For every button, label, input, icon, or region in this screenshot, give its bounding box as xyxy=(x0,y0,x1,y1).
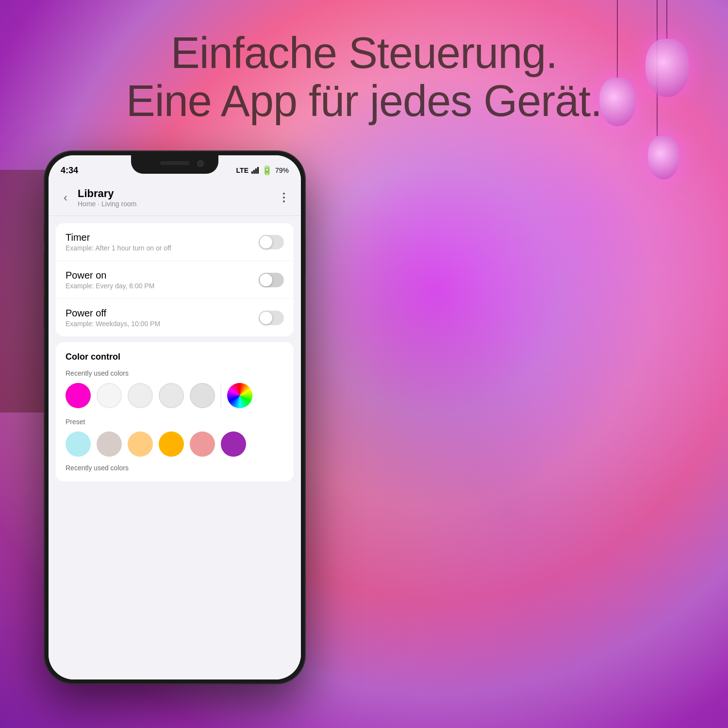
app-header: ‹ Library Home · Living room xyxy=(49,180,301,216)
more-options-button[interactable] xyxy=(277,190,291,205)
preset-circle-2[interactable] xyxy=(128,431,153,457)
phone-screen-area: 4:34 LTE 🔋 79% ‹ xyxy=(49,155,301,679)
battery-icon: 🔋 xyxy=(262,165,272,176)
preset-circle-4[interactable] xyxy=(190,431,215,457)
mute-button xyxy=(44,223,45,243)
preset-circle-5[interactable] xyxy=(221,431,246,457)
power-button xyxy=(305,238,306,277)
power-off-desc: Example: Weekdays, 10:00 PM xyxy=(66,320,259,328)
power-off-label: Power off xyxy=(66,308,259,319)
timer-text: Timer Example: After 1 hour turn on or o… xyxy=(66,232,259,252)
battery-percent: 79% xyxy=(275,166,289,174)
menu-dot-3 xyxy=(283,200,285,202)
power-on-row: Power on Example: Every day, 6:00 PM xyxy=(56,261,294,299)
header-title: Library xyxy=(78,187,272,200)
preset-colors-row xyxy=(66,431,284,457)
back-button[interactable]: ‹ xyxy=(58,190,73,205)
color-circle-1[interactable] xyxy=(97,383,122,408)
headline: Einfache Steuerung. Eine App für jedes G… xyxy=(0,29,728,125)
timer-label: Timer xyxy=(66,232,259,243)
menu-dot-1 xyxy=(283,193,285,195)
preset-label: Preset xyxy=(66,418,284,426)
color-circle-2[interactable] xyxy=(128,383,153,408)
power-off-text: Power off Example: Weekdays, 10:00 PM xyxy=(66,308,259,328)
phone-outer: 4:34 LTE 🔋 79% ‹ xyxy=(44,150,306,684)
status-icons: LTE 🔋 79% xyxy=(236,165,289,176)
volume-down-button xyxy=(44,294,45,328)
preset-circle-1[interactable] xyxy=(97,431,122,457)
speaker-icon xyxy=(160,161,189,165)
phone-notch xyxy=(131,155,218,174)
power-off-toggle-thumb xyxy=(260,312,272,324)
headline-line2: Eine App für jedes Gerät. xyxy=(0,77,728,125)
preset-circle-3[interactable] xyxy=(159,431,184,457)
color-circle-0[interactable] xyxy=(66,383,91,408)
color-circle-3[interactable] xyxy=(159,383,184,408)
timer-toggle-thumb xyxy=(260,236,272,248)
signal-icon xyxy=(251,167,259,174)
timer-toggle[interactable] xyxy=(259,235,284,249)
power-on-label: Power on xyxy=(66,270,259,281)
phone-mockup: 4:34 LTE 🔋 79% ‹ xyxy=(44,150,306,684)
timer-row: Timer Example: After 1 hour turn on or o… xyxy=(56,223,294,261)
phone-screen: 4:34 LTE 🔋 79% ‹ xyxy=(49,155,301,679)
power-on-toggle-thumb xyxy=(260,274,272,286)
recently-used-label-2: Recently used colors xyxy=(66,464,284,472)
recent-colors-row xyxy=(66,383,284,408)
status-time: 4:34 xyxy=(61,165,78,176)
lte-indicator: LTE xyxy=(236,166,248,174)
header-subtitle: Home · Living room xyxy=(78,200,272,208)
power-on-desc: Example: Every day, 6:00 PM xyxy=(66,282,259,290)
color-section-title: Color control xyxy=(66,352,284,362)
color-wheel-button[interactable] xyxy=(227,383,252,408)
timers-card: Timer Example: After 1 hour turn on or o… xyxy=(56,223,294,336)
power-on-text: Power on Example: Every day, 6:00 PM xyxy=(66,270,259,290)
power-off-toggle[interactable] xyxy=(259,311,284,325)
power-on-toggle[interactable] xyxy=(259,273,284,287)
camera-icon xyxy=(197,160,204,167)
preset-circle-0[interactable] xyxy=(66,431,91,457)
recently-used-label: Recently used colors xyxy=(66,369,284,377)
timer-desc: Example: After 1 hour turn on or off xyxy=(66,244,259,252)
content-area: Timer Example: After 1 hour turn on or o… xyxy=(49,216,301,679)
power-off-row: Power off Example: Weekdays, 10:00 PM xyxy=(56,299,294,336)
header-title-block: Library Home · Living room xyxy=(78,187,272,208)
headline-line1: Einfache Steuerung. xyxy=(0,29,728,77)
volume-up-button xyxy=(44,252,45,286)
menu-dot-2 xyxy=(283,197,285,199)
color-divider xyxy=(221,383,221,408)
color-control-card: Color control Recently used colors Prese… xyxy=(56,342,294,481)
color-circle-4[interactable] xyxy=(190,383,215,408)
